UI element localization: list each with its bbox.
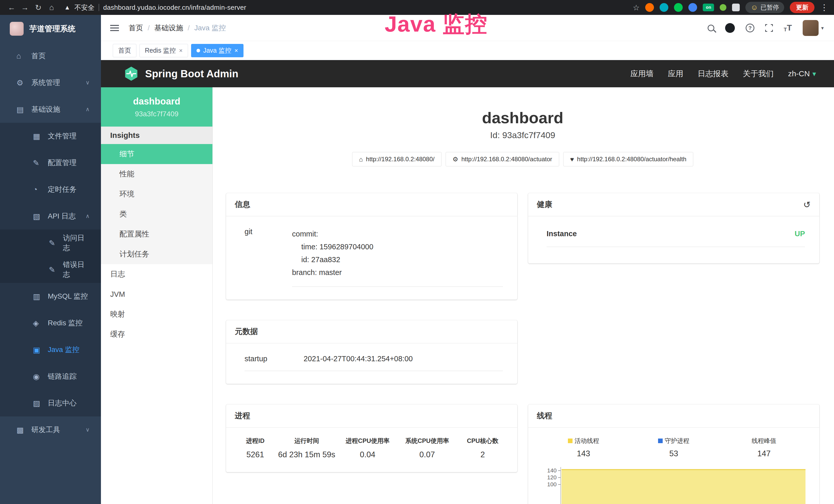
annotation-text: Java 监控 xyxy=(385,9,487,39)
breadcrumb: 首页 / 基础设施 / Java 监控 xyxy=(129,23,226,33)
extension-green-icon[interactable] xyxy=(674,3,683,12)
sba-brand-title[interactable]: Spring Boot Admin xyxy=(145,68,238,79)
sba-item-details[interactable]: 细节 xyxy=(101,144,213,164)
process-table: 进程ID 运行时间 进程CPU使用率 系统CPU使用率 CPU核心数 5261 … xyxy=(236,437,507,459)
legend-value: 53 xyxy=(670,449,678,458)
sidebar-item-system[interactable]: ⚙ 系统管理 ∨ xyxy=(0,69,101,96)
chevron-up-icon: ∧ xyxy=(86,213,90,220)
sba-item-jvm[interactable]: JVM xyxy=(101,284,213,304)
threads-card: 线程 活动线程 143 xyxy=(528,404,819,504)
home-icon[interactable]: ⌂ xyxy=(46,3,58,12)
fullscreen-icon[interactable] xyxy=(765,24,773,32)
font-size-icon[interactable]: TT xyxy=(784,23,792,32)
info-row: git commit: time: 1596289704000 id: 27aa… xyxy=(244,228,503,287)
metadata-key: startup xyxy=(244,354,304,363)
breadcrumb-infra[interactable]: 基础设施 xyxy=(154,23,183,33)
threads-card-header: 线程 xyxy=(528,404,819,428)
forward-icon[interactable]: → xyxy=(19,3,31,12)
service-url-link[interactable]: ⌂ http://192.168.0.2:48080/ xyxy=(352,152,441,166)
extension-drop-icon[interactable] xyxy=(660,3,668,12)
sidebar-item-trace[interactable]: ◉ 链路追踪 xyxy=(0,363,101,390)
error-log-icon: ✎ xyxy=(49,265,59,274)
actuator-url-link[interactable]: ⚙ http://192.168.0.2:48080/actuator xyxy=(446,152,559,166)
sidebar-item-accesslog[interactable]: ✎ 访问日志 xyxy=(0,230,101,256)
sidebar-item-apilog[interactable]: ▧ API 日志 ∧ xyxy=(0,203,101,230)
sba-item-scheduled-tasks[interactable]: 计划任务 xyxy=(101,244,213,264)
sidebar-item-devtools[interactable]: ▩ 研发工具 ∨ xyxy=(0,416,101,443)
sidebar-item-job[interactable]: ◔ 定时任务 xyxy=(0,176,101,203)
log-center-icon: ▨ xyxy=(33,399,44,408)
threads-chart: 140 120 100 xyxy=(539,467,809,504)
sidebar-item-file[interactable]: ▦ 文件管理 xyxy=(0,123,101,150)
sidebar-item-errorlog[interactable]: ✎ 错误日志 xyxy=(0,256,101,283)
search-icon[interactable] xyxy=(708,25,714,31)
instance-header[interactable]: dashboard 93a3fc7f7409 xyxy=(101,87,213,127)
sba-nav-applications[interactable]: 应用 xyxy=(668,69,683,79)
insights-group: 细节 性能 环境 类 配置属性 计划任务 xyxy=(101,144,213,264)
app-logo[interactable]: 芋道管理系统 xyxy=(0,15,101,43)
reload-icon[interactable]: ↻ xyxy=(32,3,44,12)
update-button[interactable]: 更新 xyxy=(790,2,814,13)
tab-java[interactable]: Java 监控 × xyxy=(191,44,243,57)
history-icon[interactable]: ↺ xyxy=(804,200,811,210)
extension-fox-icon[interactable] xyxy=(645,3,654,12)
extension-blocks-icon[interactable] xyxy=(688,3,697,12)
health-row[interactable]: Instance UP xyxy=(547,230,805,247)
sidebar-item-logcenter[interactable]: ▨ 日志中心 xyxy=(0,390,101,416)
sba-item-performance[interactable]: 性能 xyxy=(101,164,213,184)
process-value: 2 xyxy=(458,450,507,459)
info-line: commit: xyxy=(292,228,503,240)
tab-label: Java 监控 xyxy=(203,46,232,55)
chevron-up-icon: ∧ xyxy=(86,106,90,113)
avatar[interactable] xyxy=(803,20,818,36)
sba-nav-journal[interactable]: 日志报表 xyxy=(698,69,728,79)
address-bar[interactable]: ▲ 不安全 dashboard.yudao.iocoder.cn/infra/a… xyxy=(64,3,631,12)
close-icon[interactable]: × xyxy=(235,47,238,54)
sidebar-item-infra[interactable]: ▤ 基础设施 ∧ xyxy=(0,96,101,123)
breadcrumb-home[interactable]: 首页 xyxy=(129,23,143,33)
card-title: 线程 xyxy=(537,411,552,421)
health-card-header: 健康 ↺ xyxy=(528,193,819,216)
sidebar-item-redis[interactable]: ◈ Redis 监控 xyxy=(0,310,101,336)
sidebar-item-mysql[interactable]: ▥ MySQL 监控 xyxy=(0,283,101,310)
sba-item-config-props[interactable]: 配置属性 xyxy=(101,224,213,244)
info-line: id: 27aa832 xyxy=(292,253,503,266)
sba-nav-wallboard[interactable]: 应用墙 xyxy=(630,69,654,79)
sba-item-caches[interactable]: 缓存 xyxy=(101,324,213,344)
collapse-sidebar-icon[interactable] xyxy=(110,23,122,33)
sba-item-mappings[interactable]: 映射 xyxy=(101,304,213,324)
sba-nav-about[interactable]: 关于我们 xyxy=(743,69,774,79)
sba-item-classes[interactable]: 类 xyxy=(101,204,213,224)
close-icon[interactable]: × xyxy=(179,47,183,54)
sidebar-item-home[interactable]: ⌂ 首页 xyxy=(0,43,101,69)
url-text[interactable]: dashboard.yudao.iocoder.cn/infra/admin-s… xyxy=(103,4,246,12)
github-icon[interactable] xyxy=(725,23,735,33)
sidebar-label: 定时任务 xyxy=(48,185,76,194)
health-url-link[interactable]: ♥ http://192.168.0.2:48080/actuator/heal… xyxy=(563,152,694,166)
browser-menu-dots-icon[interactable]: ⋮ xyxy=(820,3,828,12)
sidebar-item-config[interactable]: ✎ 配置管理 xyxy=(0,150,101,176)
user-menu[interactable]: ▾ xyxy=(803,20,824,36)
extensions-puzzle-icon[interactable] xyxy=(732,4,740,11)
sba-item-environment[interactable]: 环境 xyxy=(101,184,213,204)
sidebar-label: 系统管理 xyxy=(31,78,60,88)
sba-nav: 应用墙 应用 日志报表 关于我们 zh-CN ▾ xyxy=(630,69,816,79)
sba-language-select[interactable]: zh-CN ▾ xyxy=(788,69,816,78)
sidebar-label: 错误日志 xyxy=(63,260,90,279)
health-status-badge: UP xyxy=(795,230,805,238)
tab-redis[interactable]: Redis 监控 × xyxy=(139,44,188,57)
extension-leaf-icon[interactable] xyxy=(720,4,726,11)
bookmark-star-icon[interactable]: ☆ xyxy=(633,3,640,12)
back-icon[interactable]: ← xyxy=(6,3,18,12)
chevron-down-icon: ▾ xyxy=(812,70,816,78)
tab-home[interactable]: 首页 xyxy=(113,44,136,57)
sidebar-item-java[interactable]: ▣ Java 监控 xyxy=(0,336,101,363)
logo-avatar xyxy=(10,22,24,36)
sba-item-logs[interactable]: 日志 xyxy=(101,264,213,284)
paused-pill[interactable]: ☺ 已暂停 xyxy=(745,2,784,13)
help-icon[interactable]: ? xyxy=(746,24,754,32)
live-threads-area xyxy=(562,469,806,504)
process-col-header: 进程ID xyxy=(236,437,274,445)
extension-on-badge[interactable]: on xyxy=(703,4,714,11)
chevron-down-icon: ∨ xyxy=(86,79,90,86)
